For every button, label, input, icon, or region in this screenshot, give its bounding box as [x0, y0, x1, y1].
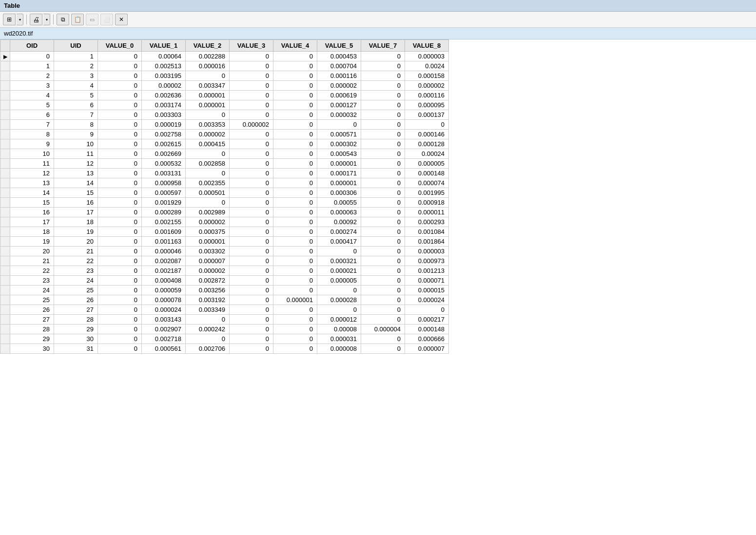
table-cell: 0: [230, 130, 273, 139]
table-header-row: OID UID VALUE_0 VALUE_1 VALUE_2 VALUE_3 …: [0, 40, 449, 52]
table-cell: 0.001084: [405, 227, 449, 237]
table-row[interactable]: 181900.0016090.000375000.00027400.001084: [0, 227, 449, 237]
table-row[interactable]: 131400.0009580.002355000.00000100.000074: [0, 178, 449, 188]
table-row[interactable]: 3400.000020.003347000.00000200.000002: [0, 81, 449, 91]
table-cell: 0.002758: [142, 130, 186, 139]
delete-row-button[interactable]: ▭: [86, 14, 98, 25]
table-cell: 0: [361, 276, 405, 286]
table-cell: 1: [54, 52, 98, 61]
table-cell: 0.000028: [317, 295, 361, 305]
table-row[interactable]: 151600.0019290000.0005500.000918: [0, 198, 449, 208]
table-row[interactable]: 6700.0033030000.00003200.000137: [0, 110, 449, 120]
table-cell: 0: [273, 61, 317, 71]
table-cell: 0: [98, 71, 142, 81]
col-value4[interactable]: VALUE_4: [273, 40, 317, 52]
table-row[interactable]: 303100.0005610.002706000.00000800.000007: [0, 344, 449, 354]
col-uid[interactable]: UID: [54, 40, 98, 52]
table-cell: 0.000217: [405, 315, 449, 325]
table-row[interactable]: 272800.0031430000.00001200.000217: [0, 315, 449, 325]
table-row[interactable]: 262700.0000240.00334900000: [0, 305, 449, 315]
table-row[interactable]: 282900.0029070.000242000.000080.0000040.…: [0, 325, 449, 334]
table-row[interactable]: 202100.0000460.00330200000.000003: [0, 247, 449, 256]
table-cell: 0: [230, 305, 273, 315]
table-cell: 0: [230, 139, 273, 149]
table-cell: 22: [54, 256, 98, 266]
table-cell: 0: [230, 315, 273, 325]
table-row[interactable]: 7800.0000190.0033530.0000020000: [0, 120, 449, 130]
table-row[interactable]: 171800.0021550.000002000.0009200.000293: [0, 217, 449, 227]
col-value2[interactable]: VALUE_2: [186, 40, 230, 52]
table-cell: 0.000001: [186, 237, 230, 247]
table-cell: 0: [98, 266, 142, 276]
table-row[interactable]: 161700.0002890.002989000.00006300.000011: [0, 208, 449, 217]
table-row[interactable]: ▶0100.000640.002288000.00045300.000003: [0, 52, 449, 61]
table-row[interactable]: 141500.0005970.000501000.00030600.001995: [0, 188, 449, 198]
add-row-button[interactable]: ⬜: [100, 14, 113, 25]
table-cell: 0.002858: [186, 159, 230, 169]
table-container[interactable]: OID UID VALUE_0 VALUE_1 VALUE_2 VALUE_3 …: [0, 39, 756, 535]
col-value3[interactable]: VALUE_3: [230, 40, 273, 52]
table-cell: 0.000063: [317, 208, 361, 217]
table-cell: 0.00008: [317, 325, 361, 334]
table-button[interactable]: ⊞: [3, 14, 16, 25]
table-cell: 0: [273, 120, 317, 130]
row-selector: [0, 71, 10, 81]
table-row[interactable]: 222300.0021870.000002000.00002100.001213: [0, 266, 449, 276]
print-dropdown[interactable]: ▾: [43, 14, 50, 25]
table-row[interactable]: 101100.0026690000.00054300.00024: [0, 149, 449, 159]
table-cell: 0: [230, 100, 273, 110]
table-row[interactable]: 232400.0004080.002872000.00000500.000071: [0, 276, 449, 286]
table-row[interactable]: 111200.0005320.002858000.00000100.000005: [0, 159, 449, 169]
table-cell: 0: [361, 305, 405, 315]
table-cell: 0: [361, 247, 405, 256]
col-value7[interactable]: VALUE_7: [361, 40, 405, 52]
paste-button[interactable]: 📋: [71, 14, 84, 25]
table-row[interactable]: 252600.0000780.00319200.0000010.00002800…: [0, 295, 449, 305]
toolbar: ⊞ ▾ 🖨 ▾ ⧉ 📋 ▭ ⬜ ✕: [0, 12, 756, 28]
table-cell: 0.002989: [186, 208, 230, 217]
table-row[interactable]: 8900.0027580.000002000.00057100.000146: [0, 130, 449, 139]
table-cell: 0: [361, 169, 405, 178]
copy-button[interactable]: ⧉: [57, 14, 69, 25]
table-cell: 0: [361, 227, 405, 237]
table-cell: 0: [317, 286, 361, 295]
table-row[interactable]: 121300.0031310000.00017100.000148: [0, 169, 449, 178]
col-value0[interactable]: VALUE_0: [98, 40, 142, 52]
table-cell: 0: [361, 100, 405, 110]
table-cell: 0: [230, 217, 273, 227]
table-cell: 0.000003: [405, 247, 449, 256]
col-value1[interactable]: VALUE_1: [142, 40, 186, 52]
table-cell: 0.000095: [405, 100, 449, 110]
table-cell: 25: [10, 295, 54, 305]
table-row[interactable]: 91000.0026150.000415000.00030200.000128: [0, 139, 449, 149]
table-row[interactable]: 1200.0025130.000016000.00070400.0024: [0, 61, 449, 71]
table-cell: 0: [361, 256, 405, 266]
row-selector: [0, 139, 10, 149]
table-cell: 0: [230, 256, 273, 266]
table-cell: 0: [361, 315, 405, 325]
print-button[interactable]: 🖨: [30, 14, 42, 25]
table-cell: 0: [186, 169, 230, 178]
table-row[interactable]: 293000.0027180000.00003100.000666: [0, 334, 449, 344]
table-cell: 2: [10, 71, 54, 81]
remove-button[interactable]: ✕: [115, 14, 128, 25]
table-cell: 0.001163: [142, 237, 186, 247]
table-row[interactable]: 242500.0000590.00325600000.000015: [0, 286, 449, 295]
col-value5[interactable]: VALUE_5: [317, 40, 361, 52]
table-row[interactable]: 5600.0031740.000001000.00012700.000095: [0, 100, 449, 110]
table-cell: 0: [230, 159, 273, 169]
table-row[interactable]: 212200.0020870.000007000.00032100.000973: [0, 256, 449, 266]
table-row[interactable]: 4500.0026360.000001000.00061900.000116: [0, 91, 449, 100]
table-cell: 0: [230, 52, 273, 61]
row-selector: [0, 247, 10, 256]
table-cell: 0.003349: [186, 305, 230, 315]
table-row[interactable]: 2300.0031950000.00011600.000158: [0, 71, 449, 81]
table-cell: 0: [273, 325, 317, 334]
col-value8[interactable]: VALUE_8: [405, 40, 449, 52]
table-row[interactable]: 192000.0011630.000001000.00041700.001864: [0, 237, 449, 247]
col-oid[interactable]: OID: [10, 40, 54, 52]
table-cell: 0.000293: [405, 217, 449, 227]
table-cell: 0: [98, 344, 142, 354]
table-cell: 12: [10, 169, 54, 178]
table-dropdown[interactable]: ▾: [17, 14, 23, 25]
